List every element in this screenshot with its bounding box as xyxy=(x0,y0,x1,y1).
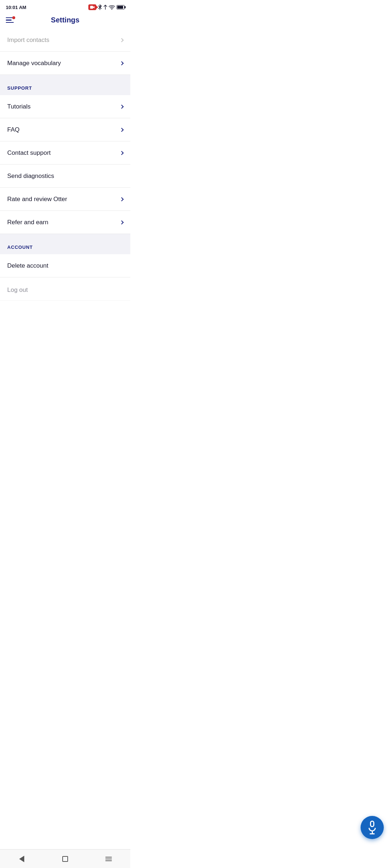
signal-arrow-icon xyxy=(104,5,107,10)
import-contacts-chevron xyxy=(119,38,123,42)
list-item-rate-review[interactable]: Rate and review Otter xyxy=(0,188,130,211)
settings-list: Import contacts Manage vocabulary SUPPOR… xyxy=(0,29,130,301)
page-title: Settings xyxy=(51,16,80,24)
status-icons xyxy=(88,4,125,10)
contact-support-chevron xyxy=(119,151,123,155)
svg-rect-0 xyxy=(90,6,93,9)
list-item-tutorials[interactable]: Tutorials xyxy=(0,95,130,118)
list-item-send-diagnostics[interactable]: Send diagnostics xyxy=(0,165,130,188)
camera-recording-icon xyxy=(88,4,96,10)
menu-notification-dot xyxy=(12,16,15,19)
menu-line-3 xyxy=(6,22,14,23)
faq-label: FAQ xyxy=(7,126,20,133)
status-time: 10:01 AM xyxy=(6,5,26,10)
section-support-title: SUPPORT xyxy=(7,85,32,91)
list-item-log-out[interactable]: Log out xyxy=(0,277,130,301)
menu-line-2 xyxy=(6,20,12,21)
status-bar: 10:01 AM xyxy=(0,0,130,13)
log-out-label: Log out xyxy=(7,286,28,294)
manage-vocabulary-label: Manage vocabulary xyxy=(7,60,61,67)
section-support: SUPPORT xyxy=(0,75,130,95)
list-item-refer-earn[interactable]: Refer and earn xyxy=(0,211,130,234)
bluetooth-icon xyxy=(98,4,102,10)
delete-account-label: Delete account xyxy=(7,262,48,269)
wifi-icon xyxy=(109,5,115,10)
rate-review-chevron xyxy=(119,197,123,201)
list-item-delete-account[interactable]: Delete account xyxy=(0,254,130,277)
list-item-manage-vocabulary[interactable]: Manage vocabulary xyxy=(0,52,130,75)
menu-button[interactable] xyxy=(6,17,14,23)
list-item-faq[interactable]: FAQ xyxy=(0,118,130,141)
faq-chevron xyxy=(119,128,123,132)
section-account-title: ACCOUNT xyxy=(7,244,33,250)
rate-review-label: Rate and review Otter xyxy=(7,196,67,203)
list-item-import-contacts[interactable]: Import contacts xyxy=(0,29,130,52)
section-account: ACCOUNT xyxy=(0,234,130,254)
manage-vocabulary-chevron xyxy=(119,61,123,65)
refer-earn-label: Refer and earn xyxy=(7,219,48,226)
send-diagnostics-label: Send diagnostics xyxy=(7,173,54,180)
refer-earn-chevron xyxy=(119,220,123,224)
app-header: Settings xyxy=(0,13,130,29)
battery-icon xyxy=(117,5,125,9)
tutorials-chevron xyxy=(119,105,123,109)
import-contacts-label: Import contacts xyxy=(7,37,49,44)
tutorials-label: Tutorials xyxy=(7,103,31,110)
contact-support-label: Contact support xyxy=(7,149,51,157)
svg-point-1 xyxy=(112,9,112,10)
list-item-contact-support[interactable]: Contact support xyxy=(0,141,130,165)
